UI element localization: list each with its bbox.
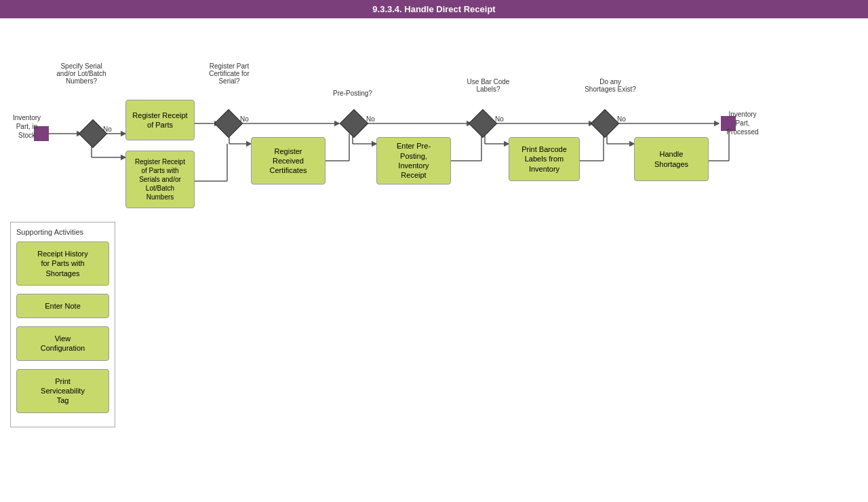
end-label: InventoryPart,Processed [719,110,766,136]
decision2-diamond [214,109,243,138]
activity3-box[interactable]: RegisterReceivedCertificates [251,137,326,185]
activity4-box[interactable]: Enter Pre-Posting,InventoryReceipt [376,137,451,185]
no5-label: No [617,115,626,123]
decision5-label: Do anyShortages Exist? [580,78,641,93]
decision3-diamond [340,109,368,138]
start-label: InventoryPart, inStock [8,113,45,140]
arrows-svg [0,18,868,500]
page-title: 9.3.3.4. Handle Direct Receipt [372,4,495,14]
supporting-panel: Supporting Activities Receipt Historyfor… [10,222,115,427]
support-box-3[interactable]: ViewConfiguration [16,326,109,361]
activity1-box[interactable]: Register Receiptof Parts [125,100,195,140]
decision4-label: Use Bar CodeLabels? [461,78,515,93]
activity2-box[interactable]: Register Receiptof Parts withSerials and… [125,151,195,208]
activity5-box[interactable]: Print BarcodeLabels fromInventory [509,137,580,181]
activity6-box[interactable]: HandleShortages [634,137,709,181]
no3-label: No [366,115,375,123]
title-bar: 9.3.3.4. Handle Direct Receipt [0,0,868,18]
supporting-title: Supporting Activities [16,228,109,236]
decision4-diamond [469,109,497,138]
decision3-label: Pre-Posting? [329,90,376,97]
decision2-label: Register PartCertificate forSerial? [199,62,260,85]
support-box-2[interactable]: Enter Note [16,294,109,318]
no1-label: No [103,125,112,133]
no2-label: No [240,115,249,123]
support-box-4[interactable]: PrintServiceabilityTag [16,369,109,413]
diagram-area: InventoryPart, inStock Specify Serialand… [0,18,868,500]
support-box-1[interactable]: Receipt Historyfor Parts withShortages [16,242,109,286]
decision1-diamond [79,119,107,148]
no4-label: No [495,115,504,123]
decision5-diamond [591,109,619,138]
decision1-label: Specify Serialand/or Lot/BatchNumbers? [51,62,112,85]
